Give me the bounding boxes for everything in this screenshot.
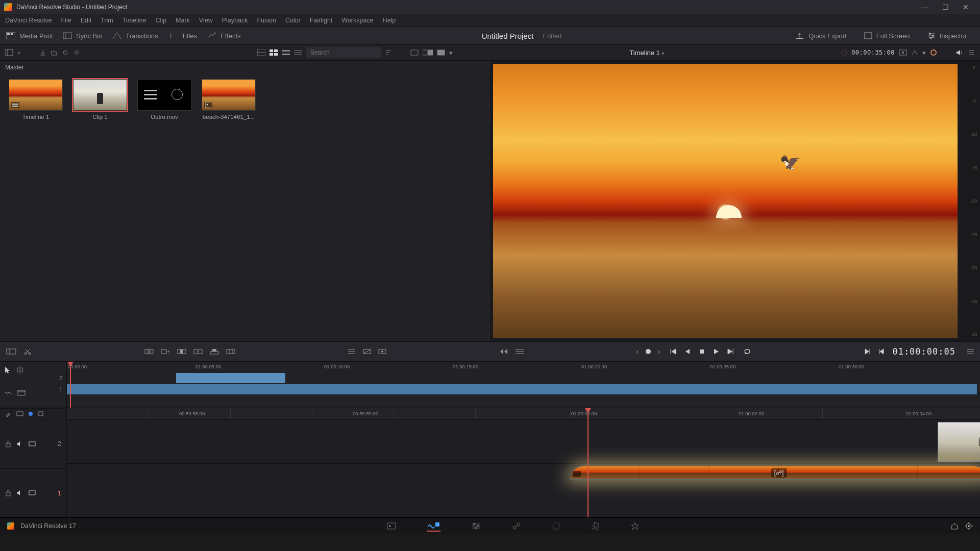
trim-tool[interactable]: [16, 366, 23, 374]
overview-tracks[interactable]: 00:00:00 01:00:05:00 01:00:10:00 01:00:1…: [67, 362, 980, 408]
search-input[interactable]: [306, 47, 381, 58]
maximize-button[interactable]: ☐: [935, 3, 955, 11]
timeline-view-options[interactable]: [899, 49, 907, 56]
clip-item[interactable]: Timeline 1: [9, 79, 62, 120]
menu-item[interactable]: Workspace: [341, 17, 373, 24]
arrow-tool[interactable]: [4, 366, 11, 374]
track-header-v1[interactable]: 1: [0, 468, 66, 518]
transition-tool[interactable]: [363, 348, 371, 355]
strip-view-button[interactable]: [282, 49, 290, 56]
timeline-clip-v1-sunset[interactable]: [☍]: [570, 466, 980, 480]
fairlight-page-button[interactable]: [592, 521, 600, 531]
sort-button[interactable]: [385, 49, 392, 56]
new-bin-button[interactable]: [51, 49, 58, 56]
boring-detector-button[interactable]: [6, 347, 16, 356]
timeline-overview[interactable]: 2 1 00:00:00 01:00:05:00 01:00:10:00 01:…: [0, 362, 980, 408]
go-first-frame-button[interactable]: [668, 348, 677, 355]
marker-edit-icon[interactable]: [5, 411, 11, 417]
video-track-icon[interactable]: [29, 490, 36, 495]
bypass-fx-button[interactable]: [911, 49, 918, 56]
menu-item[interactable]: Help: [383, 17, 396, 24]
video-track-icon[interactable]: [29, 441, 36, 446]
metadata-view-button[interactable]: [257, 49, 265, 56]
timeline-playhead[interactable]: [587, 408, 589, 517]
bin-list-toggle[interactable]: [5, 49, 13, 56]
menu-item[interactable]: Clip: [156, 17, 167, 24]
menu-item[interactable]: View: [199, 17, 213, 24]
lock-icon[interactable]: [5, 489, 11, 496]
place-on-top-button[interactable]: [210, 348, 219, 355]
full-screen-button[interactable]: Full Screen: [864, 32, 910, 40]
lock-icon[interactable]: [5, 440, 11, 447]
thumbnail-view-button[interactable]: [270, 49, 278, 56]
menu-item[interactable]: DaVinci Resolve: [5, 17, 52, 24]
mixer-toggle[interactable]: [968, 49, 975, 56]
video-track-1[interactable]: [☍] [☍]: [67, 463, 980, 508]
loop-indicator[interactable]: [930, 49, 937, 56]
menu-item[interactable]: Timeline: [122, 17, 146, 24]
refresh-button[interactable]: [62, 49, 69, 56]
effects-toggle[interactable]: Effects: [207, 32, 241, 40]
overview-playhead[interactable]: [70, 362, 71, 408]
menu-item[interactable]: Trim: [101, 17, 113, 24]
step-back-button[interactable]: [684, 348, 691, 355]
jog-control[interactable]: ‹ ›: [636, 347, 660, 356]
minimize-button[interactable]: —: [915, 3, 935, 11]
play-button[interactable]: [713, 348, 720, 355]
source-overwrite-button[interactable]: [226, 348, 235, 355]
track-header-v2[interactable]: 2: [0, 419, 66, 468]
bin-name[interactable]: Master: [0, 61, 490, 74]
flag-icon[interactable]: [38, 411, 44, 417]
clip-item[interactable]: Outro.mov: [138, 79, 191, 120]
menu-item[interactable]: File: [61, 17, 71, 24]
playhead-timecode[interactable]: 01:00:00:05: [892, 346, 955, 357]
home-button[interactable]: [950, 522, 959, 530]
viewer-options-button[interactable]: ▾: [449, 49, 453, 57]
marker-color-icon[interactable]: [29, 412, 33, 416]
prev-edit-button[interactable]: [878, 348, 885, 355]
menu-item[interactable]: Mark: [176, 17, 190, 24]
menu-item[interactable]: Fusion: [257, 17, 276, 24]
clip-item[interactable]: beach-3471461_1...: [202, 79, 255, 120]
timeline-ruler[interactable]: 00:59:58:00 00:59:59:00 01:00:00:00 01:0…: [67, 408, 980, 419]
single-viewer-button[interactable]: [410, 49, 419, 56]
media-pool-toggle[interactable]: Media Pool: [6, 32, 53, 40]
menu-item[interactable]: Edit: [81, 17, 92, 24]
menu-item[interactable]: Fairlight: [310, 17, 332, 24]
stop-button[interactable]: [698, 348, 705, 355]
ripple-overwrite-button[interactable]: [177, 348, 186, 355]
titles-toggle[interactable]: T Titles: [168, 32, 197, 40]
quick-export-button[interactable]: Quick Export: [795, 32, 846, 40]
audio-icon[interactable]: [16, 441, 23, 447]
dual-viewer-button[interactable]: [423, 49, 433, 56]
list-view-button[interactable]: [294, 49, 302, 56]
timeline-menu-button[interactable]: [967, 348, 974, 355]
edit-page-button[interactable]: [471, 522, 481, 530]
video-only-tool[interactable]: [17, 389, 26, 396]
timeline-body[interactable]: 00:59:58:00 00:59:59:00 01:00:00:00 01:0…: [67, 408, 980, 517]
transitions-toggle[interactable]: Transitions: [112, 32, 158, 40]
color-page-button[interactable]: [552, 521, 561, 531]
mute-button[interactable]: [955, 49, 964, 56]
audio-sync-tool[interactable]: [4, 389, 12, 396]
smart-insert-button[interactable]: [144, 348, 154, 355]
clip-item[interactable]: Clip 1: [74, 79, 127, 120]
in-out-icon[interactable]: [16, 411, 23, 416]
media-page-button[interactable]: [386, 522, 397, 530]
timeline-clip-v2[interactable]: [☍]: [938, 422, 980, 462]
close-button[interactable]: ✕: [955, 3, 976, 11]
deliver-page-button[interactable]: [630, 521, 640, 531]
fusion-page-button[interactable]: [512, 522, 521, 530]
go-last-frame-button[interactable]: [727, 348, 736, 355]
append-button[interactable]: [161, 348, 170, 355]
sync-bin-toggle[interactable]: Sync Bin: [63, 32, 102, 40]
menu-item[interactable]: Color: [285, 17, 301, 24]
overview-clip-v1[interactable]: [67, 384, 977, 394]
inspector-toggle[interactable]: Inspector: [927, 32, 967, 40]
cut-page-button[interactable]: [427, 520, 440, 532]
viewer-mode-button[interactable]: [437, 49, 445, 56]
viewer-frame[interactable]: 🦅: [493, 64, 958, 338]
timeline[interactable]: 2 1 00:59:58:00 00:59:59:00 01:00:00:00 …: [0, 408, 980, 517]
project-settings-button[interactable]: [965, 522, 973, 530]
import-media-button[interactable]: [39, 49, 46, 56]
